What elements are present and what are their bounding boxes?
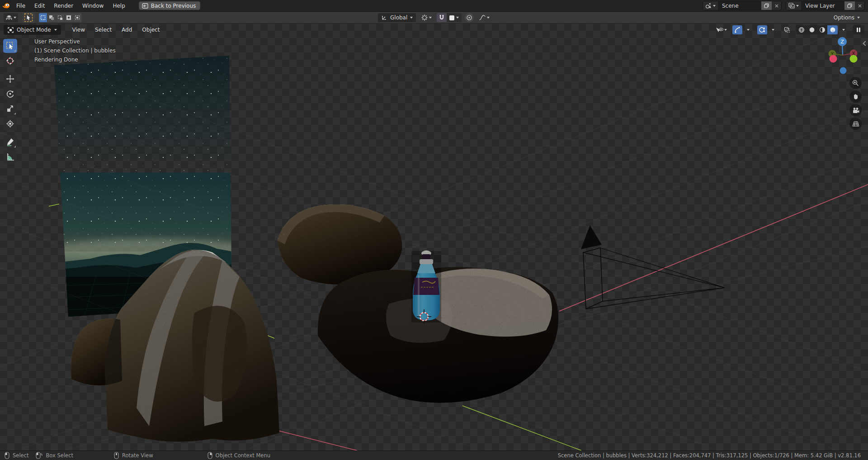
blender-logo-icon[interactable] [0, 2, 12, 9]
bottle-object[interactable] [411, 251, 441, 322]
select-mode-invert-button[interactable] [65, 13, 73, 22]
tool-scale[interactable] [3, 102, 17, 116]
view-layer-name[interactable]: View Layer [801, 3, 844, 9]
gizmo-options-caret[interactable] [743, 25, 753, 34]
overlays-options-caret[interactable] [768, 25, 778, 34]
transform-orientation-dropdown[interactable]: Global [378, 13, 416, 22]
solid-icon [809, 27, 815, 33]
navigation-gizmo[interactable]: Z Y X [826, 36, 866, 81]
snap-with-caret [456, 17, 459, 19]
tool-settings-bar: Global [0, 12, 868, 24]
tool-select-box[interactable] [3, 39, 17, 53]
hint-box-select: Box Select [36, 452, 73, 459]
viewport-menu-select[interactable]: Select [90, 24, 117, 36]
close-icon [858, 4, 862, 8]
object-visibility-dropdown[interactable] [714, 25, 728, 34]
menu-file[interactable]: File [12, 0, 30, 12]
viewport-menu-object[interactable]: Object [137, 24, 165, 36]
orthographic-toggle-button[interactable] [849, 118, 862, 130]
wireframe-icon [798, 27, 805, 33]
topbar-right: Scene [703, 1, 865, 10]
3d-viewport[interactable]: Object Mode View Select Add Object [0, 24, 868, 451]
render-status-label: Rendering Done [34, 55, 116, 64]
snap-target-icon [421, 14, 428, 21]
menu-edit[interactable]: Edit [30, 0, 49, 12]
menu-render[interactable]: Render [49, 0, 78, 12]
pause-render-button[interactable] [853, 25, 864, 34]
pause-icon [856, 27, 861, 33]
tool-move[interactable] [3, 72, 17, 86]
shading-rendered-button[interactable] [827, 25, 838, 34]
editor-type-caret [14, 17, 16, 19]
unlink-scene-button[interactable] [772, 1, 781, 10]
viewport-canvas[interactable] [0, 24, 868, 451]
tool-cursor[interactable] [3, 54, 17, 68]
hint-rotate-view: Rotate View [114, 452, 153, 459]
scene-dropdown-caret [713, 5, 716, 7]
viewport-header: Object Mode View Select Add Object [0, 24, 868, 36]
snap-target-caret [429, 17, 432, 19]
options-dropdown[interactable]: Options [830, 13, 863, 22]
snap-toggle-button[interactable] [437, 13, 447, 22]
viewport-menu-add[interactable]: Add [117, 24, 137, 36]
remove-view-layer-button[interactable] [855, 1, 864, 10]
select-mode-subtract-button[interactable] [56, 13, 65, 22]
view-layer-icon [788, 3, 795, 9]
select-mode-extend-button[interactable] [47, 13, 56, 22]
shading-wireframe-button[interactable] [796, 25, 807, 34]
menu-help[interactable]: Help [108, 0, 129, 12]
snap-with-dropdown[interactable] [447, 15, 462, 20]
tool-annotate[interactable] [3, 135, 17, 149]
show-gizmo-toggle[interactable] [732, 25, 742, 34]
back-icon [142, 3, 148, 9]
camera-view-button[interactable] [849, 104, 862, 116]
camera-icon [852, 107, 859, 114]
select-mode-intersect-button[interactable] [73, 13, 82, 22]
menu-window[interactable]: Window [78, 0, 108, 12]
select-mode-group [39, 13, 82, 22]
camera-object[interactable] [581, 225, 725, 309]
active-tool-indicator[interactable] [22, 12, 35, 23]
zoom-button[interactable] [849, 77, 862, 89]
view-layer-selector: View Layer [786, 1, 865, 10]
rendered-icon [830, 27, 836, 33]
shading-options-caret[interactable] [839, 25, 849, 34]
shading-material-button[interactable] [817, 25, 827, 34]
mode-dropdown[interactable]: Object Mode [4, 25, 61, 35]
back-to-previous-button[interactable]: Back to Previous [139, 1, 201, 10]
options-label: Options [834, 14, 854, 21]
proportional-editing-icon [466, 14, 472, 21]
view-layer-dropdown-caret [796, 5, 799, 7]
scene-name[interactable]: Scene [718, 3, 761, 9]
tool-transform[interactable] [3, 117, 17, 131]
new-view-layer-button[interactable] [844, 1, 855, 10]
overlays-icon [759, 27, 765, 33]
scene-selector: Scene [703, 1, 782, 10]
snapping-group [437, 13, 462, 22]
snap-target-dropdown[interactable] [419, 13, 434, 22]
show-overlays-toggle[interactable] [757, 25, 767, 34]
select-mode-set-button[interactable] [39, 13, 47, 22]
proportional-falloff-dropdown[interactable] [477, 13, 491, 22]
falloff-curve-icon [479, 14, 486, 21]
3d-viewport-editor-icon [5, 14, 13, 21]
viewport-menu-view[interactable]: View [67, 24, 90, 36]
browse-scene-button[interactable] [703, 1, 718, 10]
viewport-header-right [714, 25, 864, 34]
visibility-icon [716, 27, 723, 33]
viewport-overlay-text: User Perspective (1) Scene Collection | … [34, 37, 116, 64]
new-scene-button[interactable] [761, 1, 772, 10]
editor-type-button[interactable] [4, 13, 18, 22]
pan-button[interactable] [849, 90, 862, 103]
browse-view-layer-button[interactable] [786, 1, 801, 10]
material-preview-icon [819, 27, 826, 33]
tool-measure[interactable] [3, 150, 17, 164]
proportional-editing-button[interactable] [465, 13, 474, 22]
visibility-caret [724, 29, 727, 31]
tool-rotate[interactable] [3, 87, 17, 101]
topbar: File Edit Render Window Help Back to Pre… [0, 0, 868, 12]
gizmo-icon [734, 27, 741, 33]
shading-solid-button[interactable] [807, 25, 817, 34]
transform-snap-controls: Global [378, 13, 491, 22]
xray-toggle[interactable] [782, 25, 792, 34]
